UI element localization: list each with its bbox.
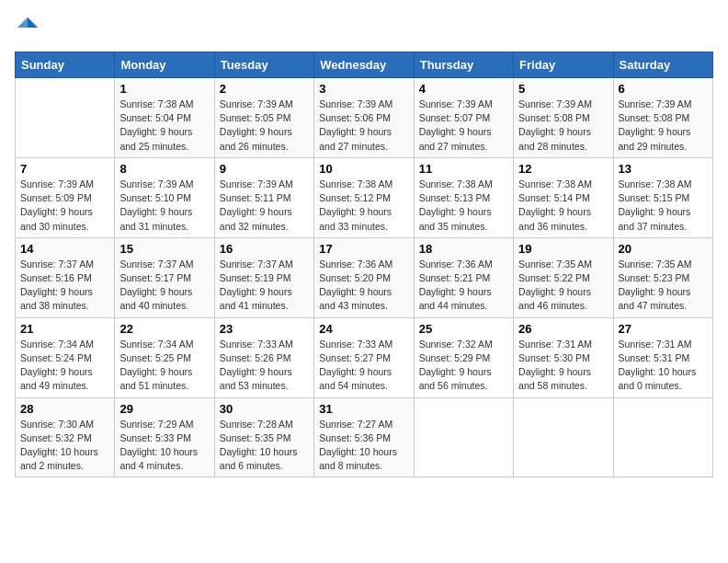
day-info: Sunrise: 7:37 AM Sunset: 5:16 PM Dayligh… <box>20 258 109 314</box>
day-info: Sunrise: 7:35 AM Sunset: 5:23 PM Dayligh… <box>619 258 708 314</box>
day-number: 10 <box>319 162 408 176</box>
day-number: 24 <box>319 322 408 336</box>
calendar-cell: 8Sunrise: 7:39 AM Sunset: 5:10 PM Daylig… <box>115 157 214 237</box>
calendar-cell: 13Sunrise: 7:38 AM Sunset: 5:15 PM Dayli… <box>613 157 712 237</box>
calendar-cell: 11Sunrise: 7:38 AM Sunset: 5:13 PM Dayli… <box>414 157 513 237</box>
calendar-body: 1Sunrise: 7:38 AM Sunset: 5:04 PM Daylig… <box>16 78 713 477</box>
day-number: 7 <box>20 162 109 176</box>
day-info: Sunrise: 7:33 AM Sunset: 5:26 PM Dayligh… <box>220 338 309 394</box>
logo <box>15 15 44 40</box>
day-info: Sunrise: 7:36 AM Sunset: 5:21 PM Dayligh… <box>419 258 508 314</box>
calendar-week-2: 7Sunrise: 7:39 AM Sunset: 5:09 PM Daylig… <box>16 157 713 237</box>
day-info: Sunrise: 7:33 AM Sunset: 5:27 PM Dayligh… <box>319 338 408 394</box>
day-info: Sunrise: 7:31 AM Sunset: 5:31 PM Dayligh… <box>619 338 708 394</box>
calendar-cell <box>414 397 513 477</box>
day-info: Sunrise: 7:39 AM Sunset: 5:06 PM Dayligh… <box>319 98 408 154</box>
day-info: Sunrise: 7:37 AM Sunset: 5:19 PM Dayligh… <box>220 258 309 314</box>
calendar-cell: 16Sunrise: 7:37 AM Sunset: 5:19 PM Dayli… <box>214 237 313 317</box>
calendar-cell <box>613 397 712 477</box>
day-number: 14 <box>20 242 109 256</box>
calendar-cell <box>16 78 115 158</box>
calendar-week-1: 1Sunrise: 7:38 AM Sunset: 5:04 PM Daylig… <box>16 78 713 158</box>
day-header-thursday: Thursday <box>414 52 513 78</box>
calendar-cell: 31Sunrise: 7:27 AM Sunset: 5:36 PM Dayli… <box>314 397 414 477</box>
day-number: 17 <box>319 242 408 256</box>
day-header-monday: Monday <box>115 52 214 78</box>
day-number: 27 <box>619 322 708 336</box>
day-info: Sunrise: 7:39 AM Sunset: 5:07 PM Dayligh… <box>419 98 508 154</box>
day-info: Sunrise: 7:38 AM Sunset: 5:14 PM Dayligh… <box>518 178 608 234</box>
calendar-week-3: 14Sunrise: 7:37 AM Sunset: 5:16 PM Dayli… <box>16 237 713 317</box>
day-info: Sunrise: 7:37 AM Sunset: 5:17 PM Dayligh… <box>119 258 209 314</box>
calendar-cell: 24Sunrise: 7:33 AM Sunset: 5:27 PM Dayli… <box>314 317 414 397</box>
day-info: Sunrise: 7:34 AM Sunset: 5:24 PM Dayligh… <box>20 338 109 394</box>
day-info: Sunrise: 7:39 AM Sunset: 5:10 PM Dayligh… <box>119 178 209 234</box>
calendar-cell: 18Sunrise: 7:36 AM Sunset: 5:21 PM Dayli… <box>414 237 513 317</box>
day-number: 5 <box>518 82 608 96</box>
day-info: Sunrise: 7:39 AM Sunset: 5:09 PM Dayligh… <box>20 178 109 234</box>
day-number: 3 <box>319 82 408 96</box>
calendar-cell: 2Sunrise: 7:39 AM Sunset: 5:05 PM Daylig… <box>214 78 313 158</box>
day-number: 13 <box>619 162 708 176</box>
page-header <box>15 15 713 40</box>
calendar-cell: 17Sunrise: 7:36 AM Sunset: 5:20 PM Dayli… <box>314 237 414 317</box>
svg-marker-0 <box>28 17 38 28</box>
calendar-cell: 4Sunrise: 7:39 AM Sunset: 5:07 PM Daylig… <box>414 78 513 158</box>
day-number: 31 <box>319 402 408 416</box>
day-header-tuesday: Tuesday <box>214 52 313 78</box>
day-number: 15 <box>119 242 209 256</box>
day-number: 25 <box>419 322 508 336</box>
day-header-friday: Friday <box>514 52 613 78</box>
day-number: 28 <box>20 402 109 416</box>
calendar-cell: 19Sunrise: 7:35 AM Sunset: 5:22 PM Dayli… <box>514 237 613 317</box>
calendar-cell: 1Sunrise: 7:38 AM Sunset: 5:04 PM Daylig… <box>115 78 214 158</box>
day-number: 9 <box>220 162 309 176</box>
day-info: Sunrise: 7:39 AM Sunset: 5:05 PM Dayligh… <box>220 98 309 154</box>
day-number: 6 <box>619 82 708 96</box>
calendar-cell: 22Sunrise: 7:34 AM Sunset: 5:25 PM Dayli… <box>115 317 214 397</box>
calendar-cell: 27Sunrise: 7:31 AM Sunset: 5:31 PM Dayli… <box>613 317 712 397</box>
day-number: 30 <box>220 402 309 416</box>
day-number: 19 <box>518 242 608 256</box>
day-info: Sunrise: 7:32 AM Sunset: 5:29 PM Dayligh… <box>419 338 508 394</box>
calendar-cell: 20Sunrise: 7:35 AM Sunset: 5:23 PM Dayli… <box>613 237 712 317</box>
calendar-cell: 12Sunrise: 7:38 AM Sunset: 5:14 PM Dayli… <box>514 157 613 237</box>
calendar-table: SundayMondayTuesdayWednesdayThursdayFrid… <box>15 52 713 477</box>
day-number: 21 <box>20 322 109 336</box>
logo-icon <box>15 15 40 40</box>
calendar-cell: 23Sunrise: 7:33 AM Sunset: 5:26 PM Dayli… <box>214 317 313 397</box>
day-info: Sunrise: 7:28 AM Sunset: 5:35 PM Dayligh… <box>220 418 309 474</box>
day-info: Sunrise: 7:38 AM Sunset: 5:15 PM Dayligh… <box>619 178 708 234</box>
calendar-cell: 9Sunrise: 7:39 AM Sunset: 5:11 PM Daylig… <box>214 157 313 237</box>
calendar-week-5: 28Sunrise: 7:30 AM Sunset: 5:32 PM Dayli… <box>16 397 713 477</box>
day-number: 4 <box>419 82 508 96</box>
day-info: Sunrise: 7:38 AM Sunset: 5:04 PM Dayligh… <box>119 98 209 154</box>
day-number: 12 <box>518 162 608 176</box>
calendar-cell: 15Sunrise: 7:37 AM Sunset: 5:17 PM Dayli… <box>115 237 214 317</box>
day-info: Sunrise: 7:39 AM Sunset: 5:11 PM Dayligh… <box>220 178 309 234</box>
day-info: Sunrise: 7:36 AM Sunset: 5:20 PM Dayligh… <box>319 258 408 314</box>
day-info: Sunrise: 7:35 AM Sunset: 5:22 PM Dayligh… <box>518 258 608 314</box>
day-number: 1 <box>119 82 209 96</box>
day-number: 8 <box>119 162 209 176</box>
day-number: 2 <box>220 82 309 96</box>
day-info: Sunrise: 7:38 AM Sunset: 5:12 PM Dayligh… <box>319 178 408 234</box>
day-number: 22 <box>119 322 209 336</box>
day-header-sunday: Sunday <box>16 52 115 78</box>
calendar-cell: 5Sunrise: 7:39 AM Sunset: 5:08 PM Daylig… <box>514 78 613 158</box>
calendar-cell: 25Sunrise: 7:32 AM Sunset: 5:29 PM Dayli… <box>414 317 513 397</box>
calendar-cell: 14Sunrise: 7:37 AM Sunset: 5:16 PM Dayli… <box>16 237 115 317</box>
day-number: 18 <box>419 242 508 256</box>
calendar-cell: 7Sunrise: 7:39 AM Sunset: 5:09 PM Daylig… <box>16 157 115 237</box>
day-header-saturday: Saturday <box>613 52 712 78</box>
calendar-cell: 28Sunrise: 7:30 AM Sunset: 5:32 PM Dayli… <box>16 397 115 477</box>
day-number: 26 <box>518 322 608 336</box>
calendar-cell <box>514 397 613 477</box>
day-number: 23 <box>220 322 309 336</box>
day-info: Sunrise: 7:31 AM Sunset: 5:30 PM Dayligh… <box>518 338 608 394</box>
calendar-header-row: SundayMondayTuesdayWednesdayThursdayFrid… <box>16 52 713 78</box>
calendar-cell: 3Sunrise: 7:39 AM Sunset: 5:06 PM Daylig… <box>314 78 414 158</box>
calendar-cell: 26Sunrise: 7:31 AM Sunset: 5:30 PM Dayli… <box>514 317 613 397</box>
day-info: Sunrise: 7:34 AM Sunset: 5:25 PM Dayligh… <box>119 338 209 394</box>
day-header-wednesday: Wednesday <box>314 52 414 78</box>
